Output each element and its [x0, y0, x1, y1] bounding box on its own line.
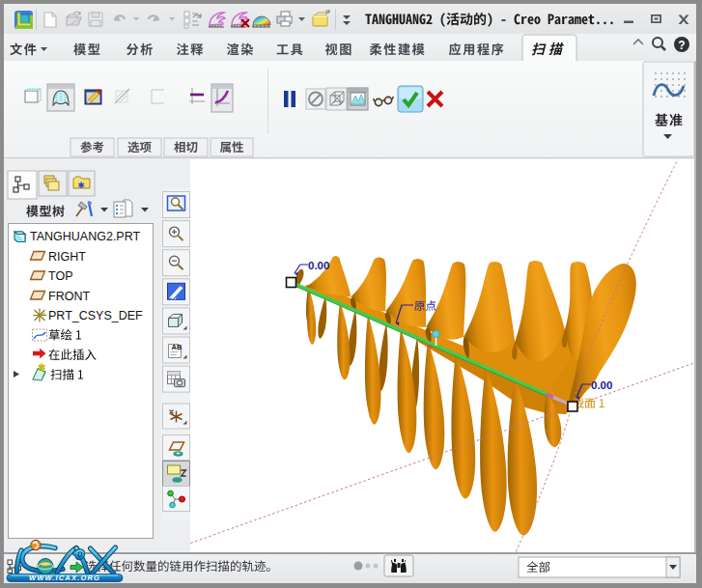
svg-text:FRONT: FRONT: [48, 290, 90, 303]
svg-text:TANGHUANG2.PRT: TANGHUANG2.PRT: [30, 230, 141, 243]
svg-text:0.00: 0.00: [591, 379, 612, 391]
svg-text:AB: AB: [172, 343, 183, 351]
svg-text:0.00: 0.00: [308, 260, 329, 271]
svg-text:?: ?: [678, 39, 685, 52]
svg-text:✱: ✱: [38, 362, 46, 373]
svg-text:WWW.ICAX.ORG: WWW.ICAX.ORG: [29, 574, 100, 582]
svg-text:✱: ✱: [77, 181, 85, 190]
svg-text:TOP: TOP: [48, 269, 72, 283]
svg-text:RIGHT: RIGHT: [48, 250, 86, 264]
svg-text:PRT_CSYS_DEF: PRT_CSYS_DEF: [48, 309, 143, 322]
